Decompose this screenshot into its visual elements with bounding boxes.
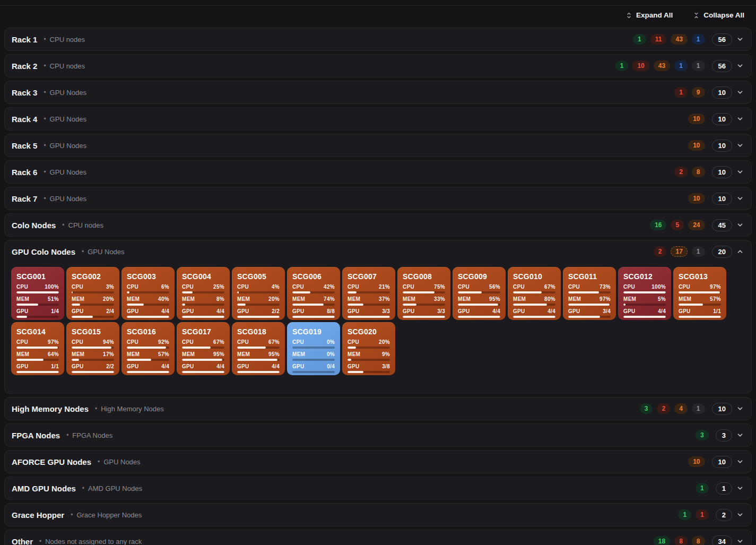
- gpu-bar: [347, 371, 390, 373]
- gpu-label: GPU: [16, 364, 29, 369]
- cpu-bar: [16, 291, 59, 293]
- rack-header[interactable]: Other Nodes not assigned to any rack 188…: [5, 530, 751, 545]
- cpu-value: 75%: [434, 284, 445, 290]
- node-card-scg011[interactable]: SCG011 CPU73% MEM97% GPU3/4: [563, 267, 616, 320]
- node-card-scg006[interactable]: SCG006 CPU42% MEM74% GPU8/8: [287, 267, 340, 320]
- chevron-icon[interactable]: [736, 168, 744, 176]
- chevron-icon[interactable]: [736, 195, 744, 202]
- rack-title: GPU Colo Nodes: [12, 247, 75, 256]
- node-card-scg018[interactable]: SCG018 CPU67% MEM95% GPU4/4: [232, 322, 285, 375]
- rack-header[interactable]: GPU Colo Nodes GPU Nodes 2171 20: [5, 240, 751, 263]
- status-badges: 3241: [640, 403, 705, 414]
- rack-subtitle: CPU nodes: [62, 221, 103, 229]
- chevron-icon[interactable]: [736, 89, 744, 96]
- collapse-all-button[interactable]: Collapse All: [693, 11, 744, 19]
- rack-header[interactable]: Rack 5 GPU Nodes 10 10: [5, 134, 751, 157]
- count-badge-red: 1: [674, 87, 688, 98]
- count-badge-orange: 10: [688, 140, 705, 151]
- expand-all-icon: [625, 12, 632, 19]
- rack-header[interactable]: High Memory Nodes High Memory Nodes 3241…: [5, 397, 751, 420]
- rack-total-badge: 56: [712, 60, 732, 72]
- chevron-icon[interactable]: [736, 36, 744, 43]
- count-badge-gray: 1: [692, 246, 705, 257]
- gpu-label: GPU: [568, 308, 580, 314]
- status-badges: 1104311: [615, 60, 705, 71]
- status-badges: 3: [696, 430, 709, 440]
- rack-header[interactable]: Grace Hopper Grace Hopper Nodes 11 2: [5, 504, 751, 526]
- node-card-scg007[interactable]: SCG007 CPU21% MEM37% GPU3/3: [342, 267, 395, 320]
- chevron-icon[interactable]: [736, 62, 744, 70]
- chevron-icon[interactable]: [736, 248, 744, 255]
- mem-bar: [182, 304, 224, 306]
- gpu-value: 4/4: [216, 364, 224, 369]
- mem-value: 9%: [382, 351, 390, 357]
- node-card-scg015[interactable]: SCG015 CPU94% MEM17% GPU2/2: [66, 322, 119, 375]
- rack-total-badge: 56: [712, 33, 732, 46]
- expand-all-button[interactable]: Expand All: [625, 11, 673, 19]
- node-card-scg005[interactable]: SCG005 CPU4% MEM20% GPU2/2: [232, 267, 285, 320]
- chevron-icon[interactable]: [736, 485, 744, 492]
- gpu-label: GPU: [292, 364, 305, 369]
- node-name: SCG008: [403, 272, 445, 281]
- gpu-value: 4/4: [272, 364, 280, 369]
- status-badges: 1888: [654, 536, 705, 545]
- node-card-scg002[interactable]: SCG002 CPU3% MEM20% GPU2/4: [66, 267, 119, 320]
- rack-subtitle: GPU Nodes: [98, 458, 141, 466]
- node-card-scg016[interactable]: SCG016 CPU92% MEM57% GPU4/4: [121, 322, 175, 375]
- rack-header[interactable]: FPGA Nodes FPGA Nodes 3 3: [5, 424, 751, 446]
- chevron-icon[interactable]: [736, 458, 744, 465]
- chevron-icon[interactable]: [736, 221, 744, 229]
- cpu-label: CPU: [72, 339, 83, 345]
- cpu-label: CPU: [568, 284, 580, 290]
- node-card-scg012[interactable]: SCG012 CPU100% MEM5% GPU4/4: [618, 267, 671, 320]
- cpu-label: CPU: [458, 284, 470, 290]
- node-card-scg014[interactable]: SCG014 CPU97% MEM64% GPU1/1: [11, 322, 64, 375]
- node-card-scg013[interactable]: SCG013 CPU97% MEM57% GPU1/1: [673, 267, 726, 320]
- rack-header[interactable]: Rack 1 CPU nodes 111431 56: [5, 28, 751, 50]
- status-badges: 111431: [633, 34, 705, 45]
- cpu-bar: [127, 291, 169, 293]
- count-badge-orange: 8: [692, 167, 705, 177]
- rack-header[interactable]: Rack 2 CPU nodes 1104311 56: [5, 55, 751, 77]
- rack-subtitle: CPU nodes: [44, 36, 85, 44]
- node-card-scg020[interactable]: SCG020 CPU20% MEM9% GPU3/8: [342, 322, 395, 375]
- cpu-label: CPU: [182, 339, 194, 345]
- count-badge-green: 1: [615, 60, 629, 71]
- chevron-icon[interactable]: [736, 511, 744, 518]
- rack-header[interactable]: Colo Nodes CPU nodes 16524 45: [5, 214, 751, 236]
- node-card-scg017[interactable]: SCG017 CPU67% MEM95% GPU4/4: [177, 322, 230, 375]
- chevron-icon[interactable]: [736, 405, 744, 412]
- rack-header[interactable]: Rack 7 GPU Nodes 10 10: [5, 187, 751, 210]
- gpu-value: 4/4: [216, 308, 224, 314]
- count-badge-orange: 10: [688, 193, 705, 204]
- rack-header[interactable]: Rack 4 GPU Nodes 10 10: [5, 108, 751, 130]
- collapse-all-label: Collapse All: [703, 11, 744, 19]
- count-badge-blue: 1: [674, 60, 688, 71]
- chevron-icon[interactable]: [736, 142, 744, 149]
- cpu-bar: [237, 291, 280, 293]
- rack-header[interactable]: AFORCE GPU Nodes GPU Nodes 10 10: [5, 451, 751, 473]
- mem-bar: [237, 359, 280, 361]
- chevron-icon[interactable]: [736, 538, 744, 545]
- chevron-icon[interactable]: [736, 115, 744, 123]
- cpu-value: 92%: [158, 339, 169, 345]
- rack-header[interactable]: Rack 6 GPU Nodes 28 10: [5, 161, 751, 183]
- gpu-bar: [347, 316, 390, 318]
- node-card-scg019[interactable]: SCG019 CPU0% MEM0% GPU0/4: [287, 322, 340, 375]
- node-card-scg003[interactable]: SCG003 CPU6% MEM40% GPU4/4: [121, 267, 175, 320]
- rack-header[interactable]: AMD GPU Nodes AMD GPU Nodes 1 1: [5, 477, 751, 499]
- status-badges: 10: [688, 456, 705, 467]
- mem-bar: [72, 359, 114, 361]
- node-card-scg008[interactable]: SCG008 CPU75% MEM33% GPU3/3: [397, 267, 450, 320]
- collapse-all-icon: [693, 12, 700, 19]
- node-card-scg001[interactable]: SCG001 CPU100% MEM51% GPU1/4: [11, 267, 64, 320]
- rack-subtitle: Grace Hopper Nodes: [71, 511, 142, 519]
- node-card-scg004[interactable]: SCG004 CPU25% MEM8% GPU4/4: [177, 267, 230, 320]
- rack-header[interactable]: Rack 3 GPU Nodes 19 10: [5, 81, 751, 103]
- node-card-scg010[interactable]: SCG010 CPU67% MEM80% GPU4/4: [508, 267, 561, 320]
- rack-section-fpga-nodes: FPGA Nodes FPGA Nodes 3 3: [4, 423, 752, 447]
- cpu-bar: [182, 291, 224, 293]
- node-card-scg009[interactable]: SCG009 CPU56% MEM95% GPU4/4: [453, 267, 506, 320]
- chevron-icon[interactable]: [736, 431, 744, 439]
- count-badge-red: 1: [696, 509, 709, 520]
